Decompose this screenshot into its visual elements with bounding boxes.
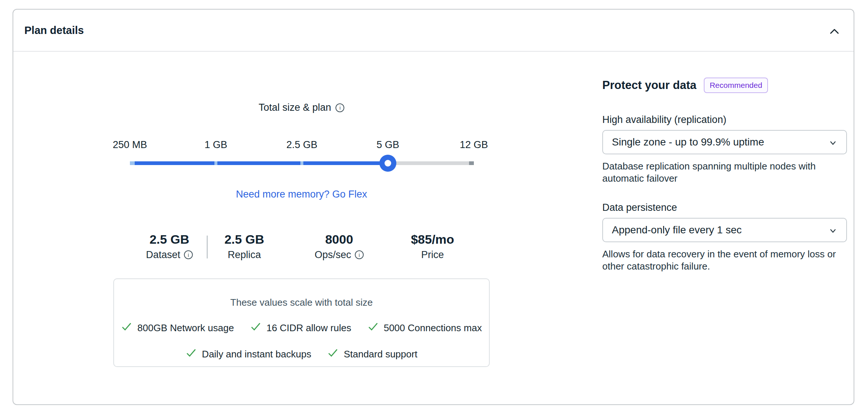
list-item: Daily and instant backups [186,348,311,361]
replica-value: 2.5 GB [224,232,264,247]
slider-stop-5gb: 5 GB [376,139,399,151]
plan-details-header: Plan details [13,10,854,52]
high-availability-label: High availability (replication) [602,114,848,126]
total-size-label: Total size & plan [259,102,331,113]
ops-label: Ops/sec [314,249,351,261]
price-label: Price [421,249,444,261]
go-flex-link[interactable]: Need more memory? Go Flex [113,189,490,200]
protect-data-title: Protect your data [602,79,696,92]
network-usage-label: 800GB Network usage [137,322,234,334]
slider-stop-12gb: 12 GB [460,139,488,151]
collapse-panel-button[interactable] [826,24,843,40]
dataset-value: 2.5 GB [146,232,193,247]
ops-value: 8000 [314,232,364,247]
slider-thumb-dot [385,160,391,167]
scaling-values-title: These values scale with total size [114,297,489,308]
slider-thumb[interactable] [379,155,396,172]
high-availability-select[interactable]: Single zone - up to 99.9% uptime [602,130,847,154]
total-size-title-row: Total size & plan i [113,102,490,113]
scaling-row-1: 800GB Network usage 16 CIDR allow rules … [114,322,489,335]
check-icon [327,348,338,361]
slider-fill [130,161,388,165]
stat-divider [207,236,208,258]
slider-track[interactable]: 250 MB 1 GB 2.5 GB 5 GB 12 GB [130,161,474,165]
list-item: Standard support [327,348,417,361]
info-icon[interactable]: i [335,103,344,112]
list-item: 16 CIDR allow rules [250,322,351,335]
check-icon [250,322,261,335]
info-icon[interactable]: i [355,250,364,259]
stat-replica: 2.5 GB Replica [224,232,264,261]
page-title: Plan details [24,10,84,51]
stat-price: $85/mo Price [411,232,454,261]
data-persistence-value: Append-only file every 1 sec [612,224,742,236]
plan-stats-row: 2.5 GB Dataset i 2.5 GB Replica 8000 Ops… [113,232,490,267]
plan-details-card: Plan details Total size & plan i 250 MB … [13,9,854,405]
data-persistence-select[interactable]: Append-only file every 1 sec [602,218,847,242]
recommended-badge: Recommended [704,78,768,93]
plan-size-section: Total size & plan i 250 MB 1 GB 2.5 GB 5… [113,52,490,367]
data-persistence-help: Allows for data recovery in the event of… [602,248,850,272]
stat-dataset: 2.5 GB Dataset i [146,232,193,261]
cidr-rules-label: 16 CIDR allow rules [266,322,351,334]
replica-label: Replica [228,249,261,261]
support-label: Standard support [344,349,417,360]
slider-start-cap [130,161,135,165]
info-icon[interactable]: i [184,250,193,259]
price-value: $85/mo [411,232,454,247]
connections-max-label: 5000 Connections max [384,322,482,334]
slider-stop-divider [300,161,303,165]
slider-stop-2-5gb: 2.5 GB [286,139,317,151]
scaling-row-2: Daily and instant backups Standard suppo… [114,348,489,361]
chevron-down-icon [828,226,838,238]
high-availability-help: Database replication spanning multiple n… [602,160,850,185]
protect-data-section: Protect your data Recommended High avail… [602,52,848,272]
chevron-down-icon [828,138,838,150]
check-icon [186,348,197,361]
slider-end-cap [469,161,474,165]
slider-stop-1gb: 1 GB [204,139,227,151]
list-item: 800GB Network usage [121,322,234,335]
list-item: 5000 Connections max [368,322,482,335]
slider-stop-250mb: 250 MB [113,139,147,151]
backups-label: Daily and instant backups [202,349,311,360]
check-icon [368,322,379,335]
high-availability-value: Single zone - up to 99.9% uptime [612,136,764,148]
scaling-values-box: These values scale with total size 800GB… [113,278,490,367]
data-persistence-label: Data persistence [602,202,848,213]
size-slider: 250 MB 1 GB 2.5 GB 5 GB 12 GB [113,132,490,178]
chevron-up-icon [828,27,841,37]
stat-ops: 8000 Ops/sec i [314,232,364,261]
check-icon [121,322,132,335]
dataset-label: Dataset [146,249,180,261]
slider-stop-divider [214,161,217,165]
